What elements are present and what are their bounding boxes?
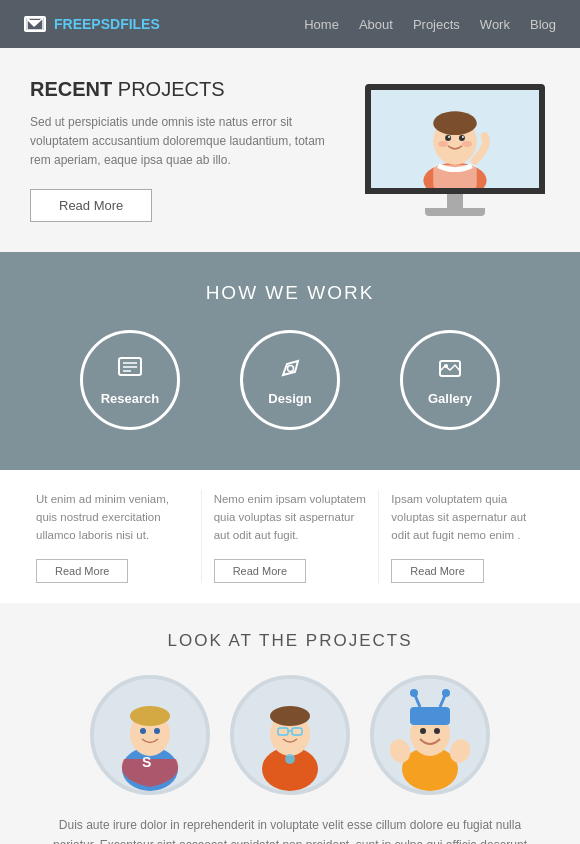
circle-research: Research xyxy=(65,330,195,440)
research-desc-text: Ut enim ad minim veniam, quis nostrud ex… xyxy=(36,490,189,545)
research-desc-item: Ut enim ad minim veniam, quis nostrud ex… xyxy=(24,490,202,583)
gallery-circle: Gallery xyxy=(400,330,500,430)
gallery-label: Gallery xyxy=(428,391,472,406)
hero-read-more-button[interactable]: Read More xyxy=(30,189,152,222)
svg-point-43 xyxy=(434,728,440,734)
projects-description: Duis aute irure dolor in reprehenderit i… xyxy=(40,815,540,844)
svg-point-9 xyxy=(438,141,448,147)
svg-point-7 xyxy=(448,136,450,138)
svg-point-18 xyxy=(444,364,448,368)
svg-point-4 xyxy=(433,112,476,136)
monitor-stand-neck xyxy=(447,194,463,208)
svg-point-29 xyxy=(270,706,310,726)
circle-design: Design xyxy=(225,330,355,440)
design-icon xyxy=(276,354,304,389)
avatar-2 xyxy=(230,675,350,795)
svg-rect-0 xyxy=(27,18,43,30)
research-label: Research xyxy=(101,391,160,406)
monitor-svg xyxy=(371,86,539,191)
design-desc-item: Nemo enim ipsam voluptatem quia voluptas… xyxy=(202,490,380,583)
monitor-screen xyxy=(365,84,545,194)
svg-rect-11 xyxy=(433,165,476,190)
project-avatars: S xyxy=(20,675,560,795)
gallery-desc-item: Ipsam voluptatem quia voluptas sit asper… xyxy=(379,490,556,583)
design-read-more-button[interactable]: Read More xyxy=(214,559,306,583)
projects-section: LOOK AT THE PROJECTS S xyxy=(0,603,580,844)
gallery-icon xyxy=(436,354,464,389)
nav-projects[interactable]: Projects xyxy=(413,17,460,32)
svg-point-24 xyxy=(154,728,160,734)
svg-point-6 xyxy=(459,135,465,141)
avatar-1: S xyxy=(90,675,210,795)
how-work-section: HOW WE WORK Research Design xyxy=(0,252,580,470)
nav-about[interactable]: About xyxy=(359,17,393,32)
logo-brand: FREEPSD xyxy=(54,16,120,32)
svg-point-10 xyxy=(462,141,472,147)
svg-point-5 xyxy=(445,135,451,141)
design-circle: Design xyxy=(240,330,340,430)
research-circle: Research xyxy=(80,330,180,430)
hero-section: RECENT PROJECTS Sed ut perspiciatis unde… xyxy=(0,48,580,252)
design-label: Design xyxy=(268,391,311,406)
hero-text-block: RECENT PROJECTS Sed ut perspiciatis unde… xyxy=(30,78,330,222)
header: FREEPSDFILES Home About Projects Work Bl… xyxy=(0,0,580,48)
design-desc-text: Nemo enim ipsam voluptatem quia voluptas… xyxy=(214,490,367,545)
projects-title: LOOK AT THE PROJECTS xyxy=(20,631,560,651)
svg-point-22 xyxy=(130,706,170,726)
gallery-desc-text: Ipsam voluptatem quia voluptas sit asper… xyxy=(391,490,544,545)
circle-gallery: Gallery xyxy=(385,330,515,440)
hero-description: Sed ut perspiciatis unde omnis iste natu… xyxy=(30,113,330,171)
avatar-3 xyxy=(370,675,490,795)
research-icon xyxy=(116,354,144,389)
monitor-stand-base xyxy=(425,208,485,216)
svg-point-42 xyxy=(420,728,426,734)
logo: FREEPSDFILES xyxy=(24,16,160,32)
svg-point-23 xyxy=(140,728,146,734)
logo-text: FREEPSDFILES xyxy=(54,16,160,32)
svg-point-8 xyxy=(462,136,464,138)
svg-point-41 xyxy=(442,689,450,697)
svg-rect-37 xyxy=(410,707,450,725)
gallery-read-more-button[interactable]: Read More xyxy=(391,559,483,583)
work-circles-container: Research Design Gallery xyxy=(20,330,560,440)
main-nav: Home About Projects Work Blog xyxy=(304,17,556,32)
svg-text:S: S xyxy=(142,754,151,770)
svg-point-16 xyxy=(288,365,294,371)
logo-brand2: FILES xyxy=(120,16,160,32)
nav-home[interactable]: Home xyxy=(304,17,339,32)
monitor-illustration xyxy=(360,84,550,216)
svg-point-33 xyxy=(285,754,295,764)
how-work-title: HOW WE WORK xyxy=(20,282,560,304)
nav-blog[interactable]: Blog xyxy=(530,17,556,32)
svg-point-39 xyxy=(410,689,418,697)
hero-title: RECENT PROJECTS xyxy=(30,78,330,101)
nav-work[interactable]: Work xyxy=(480,17,510,32)
research-read-more-button[interactable]: Read More xyxy=(36,559,128,583)
logo-icon xyxy=(24,16,46,32)
work-descriptions: Ut enim ad minim veniam, quis nostrud ex… xyxy=(0,470,580,603)
